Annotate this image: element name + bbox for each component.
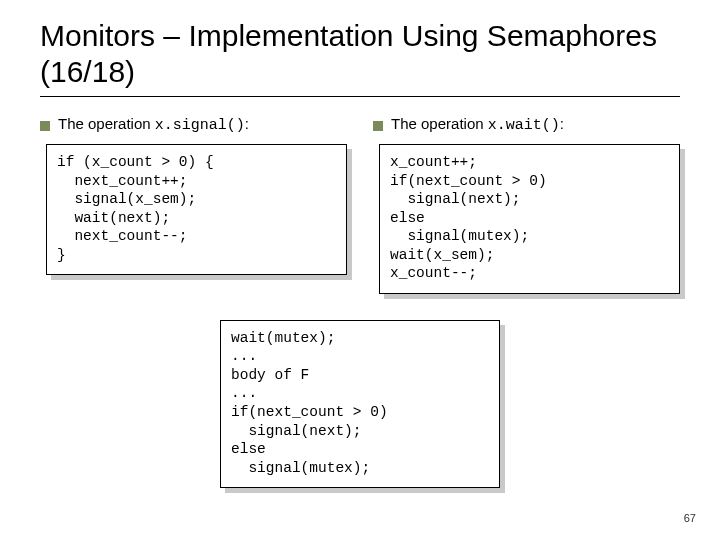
title-rule [40, 96, 680, 97]
code: x_count++; if(next_count > 0) signal(nex… [379, 144, 680, 294]
right-column: The operation x.wait(): x_count++; if(ne… [373, 115, 680, 294]
code: if (x_count > 0) { next_count++; signal(… [46, 144, 347, 275]
left-column: The operation x.signal(): if (x_count > … [40, 115, 347, 294]
bullet-icon [373, 121, 383, 131]
text: The operation [58, 115, 155, 132]
bullet-icon [40, 121, 50, 131]
right-heading: The operation x.wait(): [373, 115, 680, 134]
code-text: x.signal() [155, 117, 245, 134]
text: : [245, 115, 249, 132]
text: The operation [391, 115, 488, 132]
code: wait(mutex); ... body of F ... if(next_c… [220, 320, 500, 488]
left-codebox: if (x_count > 0) { next_count++; signal(… [46, 144, 347, 275]
page-title: Monitors – Implementation Using Semaphor… [40, 18, 680, 90]
left-heading-text: The operation x.signal(): [58, 115, 249, 134]
left-heading: The operation x.signal(): [40, 115, 347, 134]
page-number: 67 [684, 512, 696, 524]
columns: The operation x.signal(): if (x_count > … [40, 115, 680, 294]
slide: Monitors – Implementation Using Semaphor… [0, 0, 720, 540]
text: : [560, 115, 564, 132]
right-codebox: x_count++; if(next_count > 0) signal(nex… [379, 144, 680, 294]
bottom-codebox: wait(mutex); ... body of F ... if(next_c… [220, 320, 500, 488]
code-text: x.wait() [488, 117, 560, 134]
right-heading-text: The operation x.wait(): [391, 115, 564, 134]
